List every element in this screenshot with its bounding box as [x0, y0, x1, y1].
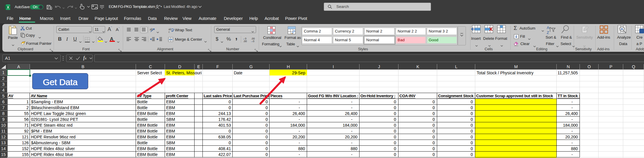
svg-text:A: A: [547, 25, 549, 30]
svg-text:ab: ab: [150, 28, 153, 31]
svg-text:0: 0: [253, 40, 254, 43]
svg-text:X: X: [7, 6, 9, 9]
svg-text:.00: .00: [243, 40, 247, 43]
svg-text:Z: Z: [547, 30, 549, 34]
